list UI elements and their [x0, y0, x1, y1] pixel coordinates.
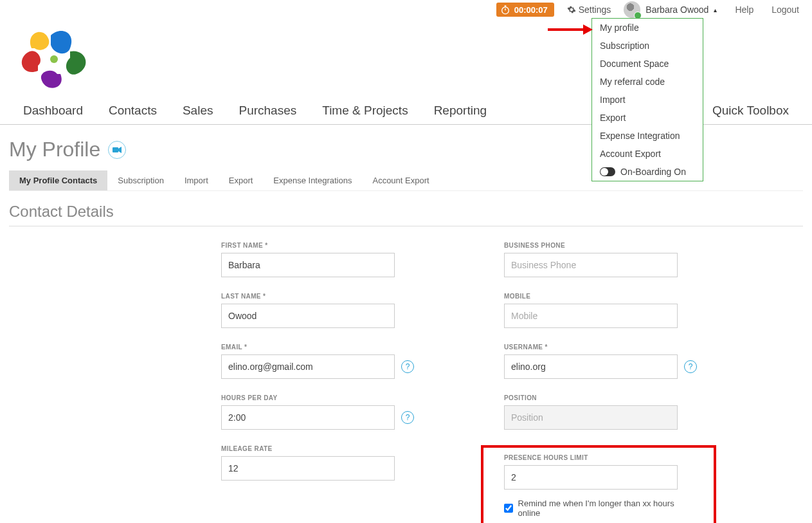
business-phone-field[interactable] [504, 253, 678, 277]
tab-export[interactable]: Export [219, 170, 264, 190]
presence-highlight: PRESENCE HOURS LIMIT Remind me when I'm … [481, 445, 716, 523]
menu-subscription[interactable]: Subscription [592, 37, 703, 55]
email-field[interactable] [221, 354, 395, 379]
settings-link[interactable]: Settings [567, 5, 611, 15]
avatar [624, 1, 640, 18]
nav-time-projects[interactable]: Time & Projects [309, 98, 420, 124]
mobile-label: MOBILE [504, 293, 716, 300]
menu-my-profile[interactable]: My profile [592, 19, 703, 37]
remind-label: Remind me when I'm longer than xx hours … [518, 499, 693, 518]
stopwatch-icon [500, 5, 510, 15]
user-name: Barbara Owood [645, 5, 708, 15]
section-title: Contact Details [9, 203, 803, 221]
last-name-label: LAST NAME * [221, 293, 433, 300]
user-dropdown: My profile Subscription Document Space M… [591, 18, 703, 181]
remind-checkbox-row[interactable]: Remind me when I'm longer than xx hours … [504, 499, 693, 518]
menu-import[interactable]: Import [592, 91, 703, 109]
hours-per-day-label: HOURS PER DAY [221, 394, 433, 401]
page-title: My Profile [9, 138, 100, 161]
settings-label: Settings [579, 5, 611, 15]
username-label: USERNAME * [504, 344, 716, 351]
chevron-up-icon: ▴ [714, 6, 717, 14]
app-logo [15, 26, 99, 90]
toggle-label: On-Boarding On [620, 167, 686, 177]
hours-per-day-field[interactable] [221, 405, 395, 430]
menu-expense-integration[interactable]: Expense Integration [592, 127, 703, 145]
tab-my-profile-contacts[interactable]: My Profile Contacts [9, 170, 107, 190]
nav-reporting[interactable]: Reporting [421, 98, 500, 124]
user-menu-trigger[interactable]: Barbara Owood ▴ [624, 1, 717, 18]
tab-subscription[interactable]: Subscription [107, 170, 174, 190]
presence-limit-field[interactable] [504, 465, 678, 490]
business-phone-label: BUSINESS PHONE [504, 242, 716, 249]
remind-checkbox[interactable] [504, 504, 513, 513]
position-label: POSITION [504, 394, 716, 401]
svg-marker-4 [583, 24, 593, 35]
nav-dashboard[interactable]: Dashboard [10, 98, 96, 124]
logout-link[interactable]: Logout [771, 5, 799, 15]
help-icon[interactable]: ? [401, 360, 414, 373]
last-name-field[interactable] [221, 304, 395, 328]
mobile-field[interactable] [504, 304, 678, 328]
help-icon[interactable]: ? [401, 411, 414, 424]
presence-limit-label: PRESENCE HOURS LIMIT [504, 454, 693, 461]
username-field[interactable] [504, 354, 678, 379]
nav-contacts[interactable]: Contacts [96, 98, 170, 124]
help-link[interactable]: Help [735, 5, 753, 15]
menu-document-space[interactable]: Document Space [592, 55, 703, 73]
menu-referral-code[interactable]: My referral code [592, 73, 703, 91]
nav-purchases[interactable]: Purchases [226, 98, 309, 124]
menu-export[interactable]: Export [592, 109, 703, 127]
menu-onboarding-toggle[interactable]: On-Boarding On [592, 163, 703, 181]
svg-point-0 [501, 7, 509, 14]
timer-value: 00:00:07 [514, 5, 548, 15]
tab-import[interactable]: Import [174, 170, 219, 190]
timer-badge[interactable]: 00:00:07 [496, 3, 554, 17]
position-field[interactable] [504, 405, 678, 430]
menu-account-export[interactable]: Account Export [592, 145, 703, 163]
mileage-rate-label: MILEAGE RATE [221, 445, 433, 452]
gear-icon [567, 5, 576, 14]
tab-account-export[interactable]: Account Export [362, 170, 439, 190]
video-icon[interactable] [108, 141, 126, 159]
mileage-rate-field[interactable] [221, 456, 395, 481]
svg-marker-7 [118, 147, 122, 153]
nav-quick-toolbox[interactable]: Quick Toolbox [699, 98, 802, 124]
email-label: EMAIL * [221, 344, 433, 351]
nav-sales[interactable]: Sales [170, 98, 226, 124]
first-name-label: FIRST NAME * [221, 242, 433, 249]
svg-rect-1 [504, 5, 506, 6]
callout-arrow-icon [548, 23, 593, 36]
svg-point-5 [50, 55, 58, 63]
toggle-switch-icon [600, 167, 615, 176]
section-divider [9, 226, 803, 226]
first-name-field[interactable] [221, 253, 395, 277]
help-icon[interactable]: ? [684, 360, 697, 373]
tab-expense-integrations[interactable]: Expense Integrations [263, 170, 362, 190]
svg-rect-6 [113, 147, 118, 152]
